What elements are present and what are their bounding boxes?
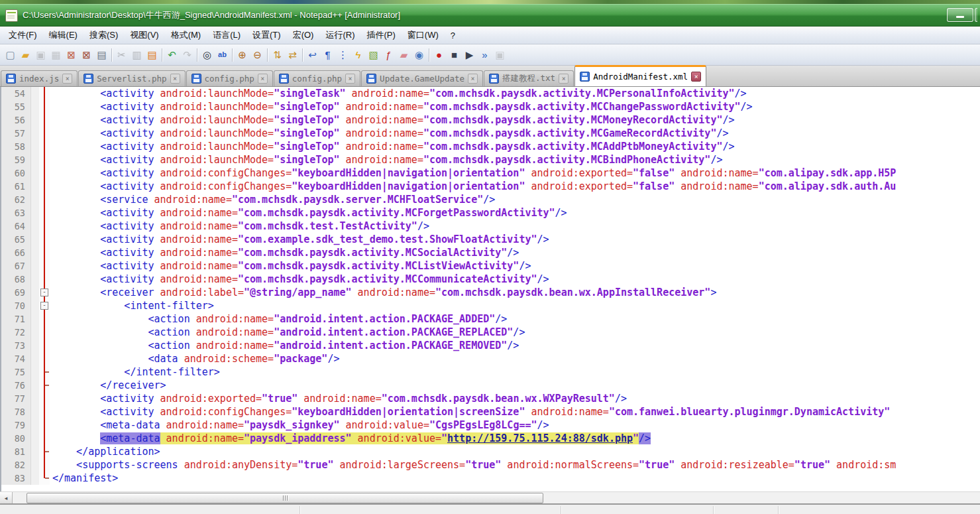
print-icon[interactable]: ▤	[94, 47, 109, 62]
code-line[interactable]: 59<activity android:launchMode="singleTo…	[1, 153, 980, 166]
minimize-button[interactable]	[947, 8, 973, 22]
function-list-icon[interactable]: ƒ	[381, 47, 396, 62]
bookmark-margin[interactable]	[31, 233, 39, 246]
menu-item[interactable]: 运行(R)	[319, 27, 360, 43]
menu-item[interactable]: 编辑(E)	[43, 27, 83, 43]
tab-close-icon[interactable]: ×	[170, 74, 180, 84]
code-line[interactable]: 57<activity android:launchMode="singleTo…	[1, 127, 980, 140]
bookmark-margin[interactable]	[31, 445, 39, 458]
bookmark-margin[interactable]	[31, 87, 39, 100]
tab-Serverlist.php[interactable]: Serverlist.php×	[78, 70, 185, 86]
replace-icon[interactable]: ab	[215, 47, 230, 62]
zoom-out-icon[interactable]: ⊖	[250, 47, 265, 62]
close-file-icon[interactable]: ⊠	[64, 47, 79, 62]
bookmark-margin[interactable]	[31, 246, 39, 259]
tab-close-icon[interactable]: ×	[559, 74, 569, 84]
code-line[interactable]: 54<activity android:launchMode="singleTa…	[1, 87, 980, 100]
code-line[interactable]: 55<activity android:launchMode="singleTo…	[1, 100, 980, 113]
macro-record-icon[interactable]: ●	[431, 47, 447, 62]
open-folder-icon[interactable]: ▰	[18, 47, 33, 62]
tab-Update.GameUpdate[interactable]: Update.GameUpdate×	[361, 70, 483, 86]
macro-play-icon[interactable]: ▶	[462, 47, 477, 62]
bookmark-margin[interactable]	[31, 299, 39, 312]
code-line[interactable]: 80<meta-data android:name="paysdk_ipaddr…	[1, 432, 980, 445]
bookmark-margin[interactable]	[31, 472, 39, 485]
url-hotspot[interactable]: http://159.75.115.24:88/sdk.php	[447, 432, 633, 444]
bookmark-margin[interactable]	[31, 153, 39, 166]
code-line[interactable]: 69-<receiver android:label="@string/app_…	[1, 286, 980, 299]
bookmark-margin[interactable]	[31, 392, 39, 405]
menu-item[interactable]: 设置(T)	[246, 27, 287, 43]
code-line[interactable]: 68<activity android:name="com.mchsdk.pay…	[1, 273, 980, 286]
code-line[interactable]: 66<activity android:name="com.mchsdk.pay…	[1, 246, 980, 259]
tab-close-icon[interactable]: ×	[345, 74, 355, 84]
bookmark-margin[interactable]	[31, 365, 39, 379]
new-file-icon[interactable]: ▢	[3, 47, 18, 62]
bookmark-margin[interactable]	[31, 286, 39, 299]
tab-AndroidManifest.xml[interactable]: AndroidManifest.xml×	[574, 65, 706, 86]
code-line[interactable]: 71<action android:name="android.intent.a…	[1, 312, 980, 326]
code-line[interactable]: 61<activity android:configChanges="keybo…	[1, 180, 980, 193]
macro-run-multiple-icon[interactable]: »	[477, 47, 492, 62]
bookmark-margin[interactable]	[31, 273, 39, 286]
monitoring-icon[interactable]: ◉	[411, 47, 427, 62]
code-line[interactable]: 79<meta-data android:name="paysdk_signke…	[1, 418, 980, 432]
tab-close-icon[interactable]: ×	[258, 74, 268, 84]
code-line[interactable]: 70-<intent-filter>	[1, 299, 980, 312]
word-wrap-icon[interactable]: ↩	[305, 47, 320, 62]
menu-item[interactable]: 格式(M)	[165, 27, 207, 43]
bookmark-margin[interactable]	[31, 352, 39, 365]
code-line[interactable]: 78<activity android:configChanges="keybo…	[1, 405, 980, 418]
bookmark-margin[interactable]	[31, 193, 39, 206]
bookmark-margin[interactable]	[31, 312, 39, 326]
bookmark-margin[interactable]	[31, 127, 39, 140]
code-line[interactable]: 60<activity android:configChanges="keybo…	[1, 166, 980, 180]
menu-item[interactable]: 搜索(S)	[83, 27, 124, 43]
maximize-button-clipped[interactable]	[975, 8, 977, 22]
code-line[interactable]: 83</manifest>	[1, 472, 980, 485]
document-map-icon[interactable]: ▧	[366, 47, 381, 62]
tab-config.php[interactable]: config.php×	[274, 70, 360, 86]
paste-icon[interactable]: ▤	[144, 47, 160, 62]
code-line[interactable]: 81</application>	[1, 445, 980, 458]
code-line[interactable]: 62<service android:name="com.mchsdk.pays…	[1, 193, 980, 206]
bookmark-margin[interactable]	[31, 166, 39, 180]
menu-item[interactable]: 插件(P)	[360, 27, 401, 43]
code-line[interactable]: 82<supports-screens android:anyDensity="…	[1, 458, 980, 472]
bookmark-margin[interactable]	[31, 379, 39, 392]
sync-horizontal-scroll-icon[interactable]: ⇄	[285, 47, 300, 62]
menu-item[interactable]: 视图(V)	[124, 27, 164, 43]
bookmark-margin[interactable]	[31, 206, 39, 220]
code-line[interactable]: 77<activity android:exported="true" andr…	[1, 392, 980, 405]
zoom-in-icon[interactable]: ⊕	[235, 47, 250, 62]
bookmark-margin[interactable]	[31, 339, 39, 352]
macro-stop-icon[interactable]: ■	[447, 47, 462, 62]
bookmark-margin[interactable]	[31, 458, 39, 472]
bookmark-margin[interactable]	[31, 432, 39, 445]
bookmark-margin[interactable]	[31, 405, 39, 418]
bookmark-margin[interactable]	[31, 100, 39, 113]
tab-close-icon[interactable]: ×	[62, 74, 72, 84]
code-line[interactable]: 65<activity android:name="com.example.sd…	[1, 233, 980, 246]
code-line[interactable]: 75</intent-filter>	[1, 365, 980, 379]
bookmark-margin[interactable]	[31, 259, 39, 273]
user-define-dialog-icon[interactable]: ϟ	[351, 47, 366, 62]
tab-close-icon[interactable]: ×	[691, 72, 701, 82]
bookmark-margin[interactable]	[31, 326, 39, 339]
fold-collapse-icon[interactable]: -	[40, 289, 48, 296]
code-line[interactable]: 76</receiver>	[1, 379, 980, 392]
undo-icon[interactable]: ↶	[164, 47, 180, 62]
bookmark-margin[interactable]	[31, 113, 39, 127]
menu-item[interactable]: 窗口(W)	[402, 27, 445, 43]
code-line[interactable]: 58<activity android:launchMode="singleTo…	[1, 140, 980, 153]
bookmark-margin[interactable]	[31, 220, 39, 233]
code-line[interactable]: 63<activity android:name="com.mchsdk.pay…	[1, 206, 980, 220]
code-line[interactable]: 72<action android:name="android.intent.a…	[1, 326, 980, 339]
code-editor[interactable]: 54<activity android:launchMode="singleTa…	[0, 87, 980, 491]
find-icon[interactable]: ◎	[199, 47, 215, 62]
indent-guide-icon[interactable]: ⋮	[335, 47, 351, 62]
menu-item[interactable]: 语言(L)	[207, 27, 246, 43]
close-all-icon[interactable]: ⊠	[79, 47, 94, 62]
menu-item[interactable]: ?	[445, 29, 461, 42]
show-all-characters-icon[interactable]: ¶	[320, 47, 335, 62]
